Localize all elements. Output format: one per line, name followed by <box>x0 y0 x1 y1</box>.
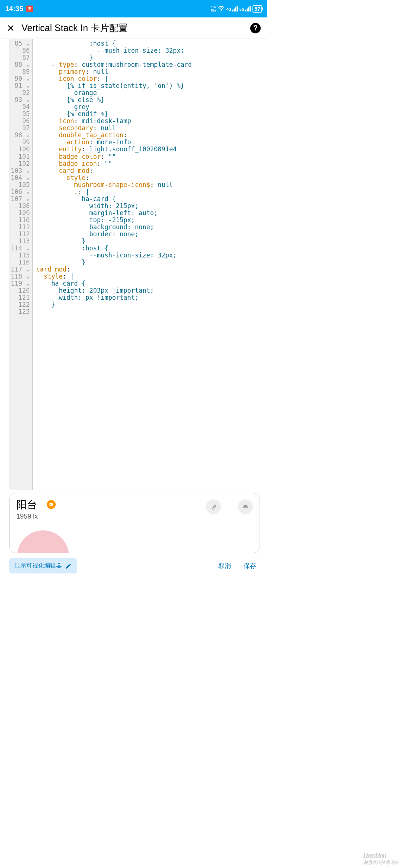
motion-chip-icon[interactable] <box>47 500 56 509</box>
svg-point-0 <box>221 9 222 10</box>
light-button[interactable] <box>238 499 253 514</box>
status-bar: 14:35 支 1.5K/s 4G 5G 57 <box>0 0 267 17</box>
save-button[interactable]: 保存 <box>240 559 260 573</box>
preview-subtitle: 1959 lx <box>16 513 38 520</box>
svg-rect-3 <box>52 504 52 505</box>
svg-rect-1 <box>49 503 53 506</box>
alipay-icon: 支 <box>26 6 33 12</box>
svg-point-5 <box>244 506 247 507</box>
svg-rect-2 <box>50 504 51 505</box>
status-time: 14:35 <box>5 5 23 13</box>
battery-indicator: 57 <box>252 5 262 13</box>
card-preview: 阳台 1959 lx <box>9 493 260 553</box>
yaml-editor[interactable]: 85 ᵥ 86 87 88 ᵥ 89 90 ᵥ 91 ᵥ 92 93 ᵥ 94 … <box>0 39 267 490</box>
signal-5g: 5G <box>239 6 251 11</box>
line-gutter: 85 ᵥ 86 87 88 ᵥ 89 90 ᵥ 91 ᵥ 92 93 ᵥ 94 … <box>9 39 33 490</box>
dialog-footer: 显示可视化编辑器 取消 保存 <box>0 555 267 579</box>
net-speed: 1.5K/s <box>211 6 216 12</box>
cancel-button[interactable]: 取消 <box>215 559 235 573</box>
pencil-icon <box>65 563 72 569</box>
code-body[interactable]: :host { --mush-icon-size: 32px; } - type… <box>33 39 260 490</box>
lamp-button[interactable] <box>206 499 221 514</box>
close-button[interactable]: ✕ <box>7 23 15 33</box>
help-button[interactable]: ? <box>250 23 261 33</box>
dialog-title: Vertical Stack In 卡片配置 <box>22 22 128 34</box>
signal-4g: 4G <box>226 6 238 11</box>
gauge-graphic <box>17 530 69 553</box>
preview-title: 阳台 <box>16 498 38 512</box>
dialog-header: ✕ Vertical Stack In 卡片配置 ? <box>0 17 267 39</box>
wifi-icon <box>218 6 225 12</box>
show-visual-editor-button[interactable]: 显示可视化编辑器 <box>9 558 77 573</box>
